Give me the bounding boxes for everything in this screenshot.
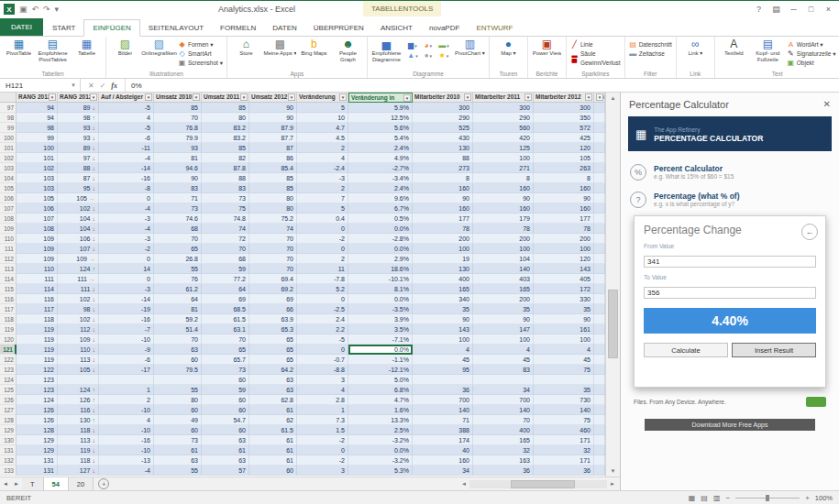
cell[interactable]: 97↓	[58, 153, 99, 163]
ribbon-button-combo-chart[interactable]: ★▾	[436, 51, 451, 60]
cell[interactable]: 140	[534, 405, 594, 415]
cell[interactable]: 126	[17, 415, 58, 425]
cell[interactable]: 100	[17, 143, 58, 153]
cell[interactable]: 106	[17, 203, 58, 214]
cell[interactable]	[594, 334, 605, 345]
cell[interactable]: 2	[297, 254, 348, 264]
ribbon-button-textfeld[interactable]: ATextfeld	[717, 38, 751, 57]
cell[interactable]: -7.1%	[348, 334, 413, 345]
ribbon-button-bing-maps[interactable]: bBing Maps	[297, 38, 331, 57]
ribbon-button-formen[interactable]: ◆Formen ▾	[178, 40, 223, 49]
filter-dropdown-icon[interactable]: ▼	[585, 93, 592, 101]
cell[interactable]: 160	[473, 203, 534, 214]
cell[interactable]: 59	[202, 385, 249, 395]
cell[interactable]: 171	[534, 435, 594, 445]
cell[interactable]: 79.9	[154, 133, 202, 143]
column-header-rang-2013[interactable]: RANG 2013▼	[17, 93, 58, 103]
pane-menu-item-percent-calculator[interactable]: %Percent Calculatore.g. What is 15% of $…	[621, 159, 839, 186]
cell[interactable]: 70	[249, 264, 297, 274]
cell[interactable]: 111→	[58, 274, 99, 284]
cell[interactable]: 2.4	[297, 314, 348, 324]
save-icon[interactable]: ▣	[19, 2, 28, 16]
cell[interactable]: -1.1%	[348, 355, 413, 365]
cell[interactable]	[594, 183, 605, 193]
cell[interactable]: 271	[473, 163, 534, 173]
cell[interactable]: 8	[473, 173, 534, 183]
cell[interactable]: 430	[413, 133, 473, 143]
ribbon-button-pie-chart[interactable]: ◕▾	[421, 41, 436, 50]
cell[interactable]	[594, 203, 605, 214]
cell[interactable]: 74.8	[202, 214, 249, 224]
cell[interactable]: 147	[473, 324, 534, 334]
cell[interactable]: -5	[99, 103, 154, 113]
row-header[interactable]: 118	[0, 314, 17, 324]
cell[interactable]: 65	[202, 345, 249, 355]
cell[interactable]: 165	[473, 435, 534, 445]
cell[interactable]: 525	[413, 123, 473, 133]
cell[interactable]	[594, 153, 605, 163]
cell[interactable]: 119↓	[58, 445, 99, 455]
cell[interactable]: 63.1	[202, 324, 249, 334]
cell[interactable]: 61	[249, 445, 297, 455]
cell[interactable]: 78	[534, 224, 594, 234]
row-header[interactable]: 97	[0, 103, 17, 113]
cell[interactable]: -5	[99, 123, 154, 133]
cell[interactable]: 124	[17, 395, 58, 405]
cell[interactable]: 5	[297, 103, 348, 113]
cell[interactable]: 4	[473, 345, 534, 355]
ribbon-tab-datei[interactable]: DATEI	[0, 18, 43, 36]
cell[interactable]: 90	[534, 193, 594, 203]
to-value-field[interactable]	[644, 287, 816, 299]
ribbon-button-column-chart[interactable]: ▆▾	[405, 41, 420, 50]
name-box[interactable]: H121 ▼	[0, 79, 81, 92]
cell[interactable]: 64	[202, 284, 249, 294]
cell[interactable]: 117	[17, 304, 58, 314]
cell[interactable]: 45	[473, 355, 534, 365]
cell[interactable]: 100	[473, 244, 534, 254]
cell[interactable]: 119	[17, 355, 58, 365]
cell[interactable]: -3.2%	[348, 435, 413, 445]
cell[interactable]: 93	[154, 143, 202, 153]
cell[interactable]: 40	[413, 445, 473, 455]
cell[interactable]: 36	[534, 466, 594, 476]
ribbon-button-bilder[interactable]: ▨Bilder	[108, 38, 142, 57]
cell[interactable]	[594, 304, 605, 314]
ribbon-button-pivotchart[interactable]: ▥PivotChart ▾	[453, 38, 487, 57]
cell[interactable]: 102↓	[58, 314, 99, 324]
cell[interactable]	[594, 445, 605, 455]
cell[interactable]: 0	[99, 193, 154, 203]
cell[interactable]: 420	[473, 133, 534, 143]
cell[interactable]: 2.2	[297, 324, 348, 334]
cell[interactable]: 160	[413, 203, 473, 214]
cell[interactable]: 2.8	[297, 395, 348, 405]
cell[interactable]: 126	[17, 405, 58, 415]
cell[interactable]: 90	[413, 193, 473, 203]
row-header[interactable]: 130	[0, 435, 17, 445]
cell[interactable]: 107	[17, 214, 58, 224]
ribbon-button-meine-apps[interactable]: ▩Meine Apps ▾	[263, 38, 297, 57]
cell[interactable]: 113↓	[58, 355, 99, 365]
column-header-umsatz-2012[interactable]: Umsatz 2012▼	[249, 93, 297, 103]
cell[interactable]: 700	[473, 395, 534, 405]
zoom-in-button[interactable]: +	[805, 494, 810, 502]
cell[interactable]: 74	[249, 224, 297, 234]
column-header-auf-absteiger[interactable]: Auf / Absteiger▼	[99, 93, 154, 103]
cell[interactable]: 87.8	[202, 163, 249, 173]
filter-dropdown-icon[interactable]: ▼	[403, 94, 411, 102]
ribbon-tab-seitenlayout[interactable]: SEITENLAYOUT	[140, 20, 212, 36]
ribbon-tab-einfügen[interactable]: EINFÜGEN	[83, 19, 139, 37]
cell[interactable]: 300	[473, 103, 534, 113]
cell[interactable]: 65	[249, 345, 297, 355]
row-header[interactable]: 129	[0, 425, 17, 435]
cell[interactable]: 61	[249, 435, 297, 445]
cell[interactable]: 34	[413, 466, 473, 476]
cell[interactable]: 0.0%	[348, 445, 413, 455]
cell[interactable]: 14	[99, 264, 154, 274]
cell[interactable]: -2	[297, 455, 348, 466]
cell[interactable]: 105→	[58, 193, 99, 203]
row-header[interactable]: 126	[0, 395, 17, 405]
cell[interactable]: 68	[154, 224, 202, 234]
cell[interactable]: 61	[202, 445, 249, 455]
cell[interactable]: 174	[413, 435, 473, 445]
cell[interactable]: 125	[473, 143, 534, 153]
